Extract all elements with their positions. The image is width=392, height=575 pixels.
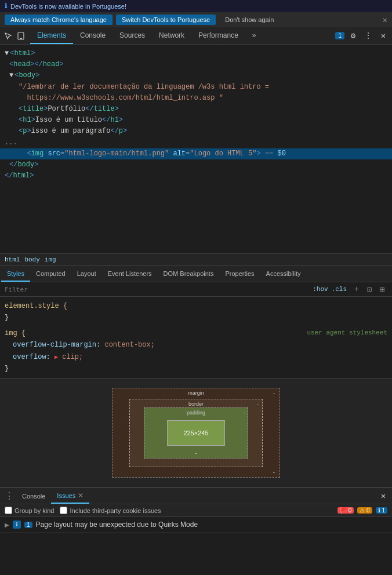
padding-val: - bbox=[244, 409, 245, 416]
sub-tab-dom-breakpoints[interactable]: DOM Breakpoints bbox=[158, 266, 220, 282]
issues-badge: 1 bbox=[335, 32, 344, 39]
lang-bar: Always match Chrome's language Switch De… bbox=[0, 12, 392, 27]
group-by-kind-checkbox[interactable] bbox=[5, 507, 12, 514]
tab-more[interactable]: » bbox=[245, 27, 263, 44]
hov-badge[interactable]: :hov bbox=[313, 286, 328, 293]
issue-icon-label: i bbox=[16, 522, 18, 527]
sub-tab-accessibility[interactable]: Accessibility bbox=[260, 266, 307, 282]
css-close-brace: } bbox=[5, 314, 9, 322]
issues-toolbar: Group by kind Include third-party cookie… bbox=[0, 504, 392, 517]
margin-bottom-val: - bbox=[273, 469, 275, 475]
css-rule-element: element.style { } bbox=[5, 300, 387, 324]
user-agent-label: user agent stylesheet bbox=[307, 327, 387, 339]
close-icon[interactable]: ✕ bbox=[383, 15, 387, 25]
triangle-icon[interactable]: ▼ bbox=[5, 49, 9, 57]
inspect-icon[interactable] bbox=[2, 30, 14, 42]
toolbar-right: 1 ⚙ ⋮ ✕ bbox=[335, 30, 390, 42]
css-prop-val: content-box; bbox=[104, 341, 154, 349]
issues-close-icon[interactable]: ✕ bbox=[78, 492, 84, 500]
elements-panel: ▼<html> <head></head> ▼<body> "/lembrar … bbox=[0, 45, 392, 253]
css-rule-img: img { user agent stylesheet overflow-cli… bbox=[5, 327, 387, 375]
tab-network[interactable]: Network bbox=[152, 27, 191, 44]
toolbar-left-icons bbox=[2, 30, 27, 42]
tab-sources[interactable]: Sources bbox=[112, 27, 152, 44]
html-line: https://www.w3schools.com/html/html_intr… bbox=[0, 93, 392, 104]
box-model-padding: padding - 225×245 - bbox=[144, 407, 248, 458]
match-language-button[interactable]: Always match Chrome's language bbox=[5, 14, 112, 25]
triangle-icon[interactable]: ▼ bbox=[9, 71, 13, 79]
tab-performance[interactable]: Performance bbox=[191, 27, 245, 44]
box-model-margin: margin - border - padding - 225×245 - - bbox=[112, 388, 280, 478]
html-line[interactable]: <h1>Isso é um título</h1> bbox=[0, 115, 392, 126]
info-message: DevTools is now available in Portuguese! bbox=[10, 3, 126, 10]
tab-console[interactable]: Console bbox=[73, 27, 112, 44]
main-toolbar: Elements Console Sources Network Perform… bbox=[0, 27, 392, 45]
layout-icon[interactable]: ⊡ bbox=[364, 284, 375, 294]
html-selected-line[interactable]: <img src="html-logo-main/html.png" alt="… bbox=[0, 148, 392, 159]
switch-devtools-button[interactable]: Switch DevTools to Portuguese bbox=[116, 14, 216, 25]
red-count-badge: 🚩 0 bbox=[337, 507, 354, 514]
sub-tab-properties[interactable]: Properties bbox=[219, 266, 260, 282]
css-property-1[interactable]: overflow-clip-margin: content-box; bbox=[13, 339, 387, 351]
content-dimensions: 225×245 bbox=[183, 430, 208, 436]
css-prop-name: overflow: bbox=[13, 353, 50, 361]
close-devtools-icon[interactable]: ✕ bbox=[377, 30, 390, 42]
issues-tab-label: Issues bbox=[57, 492, 75, 499]
css-property-2[interactable]: overflow: ▶ clip; bbox=[13, 351, 387, 363]
html-line[interactable]: ... bbox=[0, 137, 392, 148]
overflow-triangle[interactable]: ▶ bbox=[55, 354, 58, 361]
breadcrumb-body[interactable]: body bbox=[24, 256, 39, 263]
tab-elements[interactable]: Elements bbox=[30, 27, 73, 44]
add-rule-icon[interactable]: + bbox=[351, 284, 362, 294]
issue-counts: 🚩 0 ⚠ 0 ℹ 1 bbox=[337, 507, 387, 514]
html-line[interactable]: ▼<body> bbox=[0, 70, 392, 81]
bottom-close-icon[interactable]: ✕ bbox=[377, 490, 390, 503]
css-img-selector[interactable]: img { bbox=[5, 327, 26, 339]
breadcrumb-img[interactable]: img bbox=[45, 256, 56, 263]
css-rules-panel: element.style { } img { user agent style… bbox=[0, 297, 392, 378]
more-options-icon[interactable]: ⋮ bbox=[362, 30, 375, 42]
breadcrumb-html[interactable]: html bbox=[5, 256, 20, 263]
html-line[interactable]: <p>isso é um parágrafo</p> bbox=[0, 126, 392, 137]
dont-show-again-button[interactable]: Don't show again bbox=[219, 14, 280, 25]
bottom-tab-console[interactable]: Console bbox=[16, 488, 51, 504]
console-tab-label: Console bbox=[22, 493, 45, 500]
sub-tab-styles[interactable]: Styles bbox=[1, 266, 30, 282]
bottom-panel-dots[interactable]: ⋮ bbox=[2, 490, 16, 502]
device-icon[interactable] bbox=[15, 30, 27, 42]
issue-expand-arrow[interactable]: ▶ bbox=[5, 522, 9, 528]
html-line[interactable]: <title>Portfólio</title> bbox=[0, 104, 392, 115]
sub-tab-event-listeners[interactable]: Event Listeners bbox=[102, 266, 158, 282]
computed-icon[interactable]: ⊞ bbox=[377, 284, 387, 294]
css-close-brace: } bbox=[5, 365, 9, 373]
main-tabs: Elements Console Sources Network Perform… bbox=[30, 27, 263, 44]
html-line[interactable]: <head></head> bbox=[0, 59, 392, 70]
html-line[interactable]: </body> bbox=[0, 159, 392, 170]
sub-tab-computed[interactable]: Computed bbox=[30, 266, 71, 282]
third-party-check[interactable]: Include third-party cookie issues bbox=[60, 507, 161, 514]
sub-tab-layout[interactable]: Layout bbox=[71, 266, 102, 282]
issue-row[interactable]: ▶ i 1 Page layout may be unexpected due … bbox=[0, 517, 392, 533]
info-icon: ℹ bbox=[5, 2, 7, 10]
group-by-kind-label: Group by kind bbox=[14, 507, 54, 514]
orange-count-badge: ⚠ 0 bbox=[357, 507, 372, 514]
bottom-right-controls: ✕ bbox=[377, 490, 390, 503]
third-party-checkbox[interactable] bbox=[60, 507, 67, 514]
info-bar: ℹ DevTools is now available in Portugues… bbox=[0, 0, 392, 12]
border-label: border bbox=[188, 401, 204, 407]
filter-icons: + ⊡ ⊞ bbox=[351, 284, 387, 294]
html-line[interactable]: ▼<html> bbox=[0, 48, 392, 59]
html-line[interactable]: </html> bbox=[0, 170, 392, 181]
css-selector[interactable]: element.style { bbox=[5, 302, 67, 310]
padding-bottom-val: - bbox=[194, 450, 198, 457]
cls-badge[interactable]: .cls bbox=[332, 286, 347, 293]
box-model-content: 225×245 bbox=[167, 420, 225, 446]
html-line: "/lembrar de ler documentação da linguag… bbox=[0, 82, 392, 93]
settings-icon[interactable]: ⚙ bbox=[347, 30, 360, 42]
bottom-tab-issues[interactable]: Issues ✕ bbox=[51, 488, 89, 504]
bottom-tabs-bar: ⋮ Console Issues ✕ ✕ bbox=[0, 488, 392, 504]
box-model-border: border - padding - 225×245 - bbox=[129, 399, 263, 467]
group-by-kind-check[interactable]: Group by kind bbox=[5, 507, 54, 514]
filter-input[interactable] bbox=[5, 286, 308, 293]
filter-bar: :hov .cls + ⊡ ⊞ bbox=[0, 282, 392, 297]
